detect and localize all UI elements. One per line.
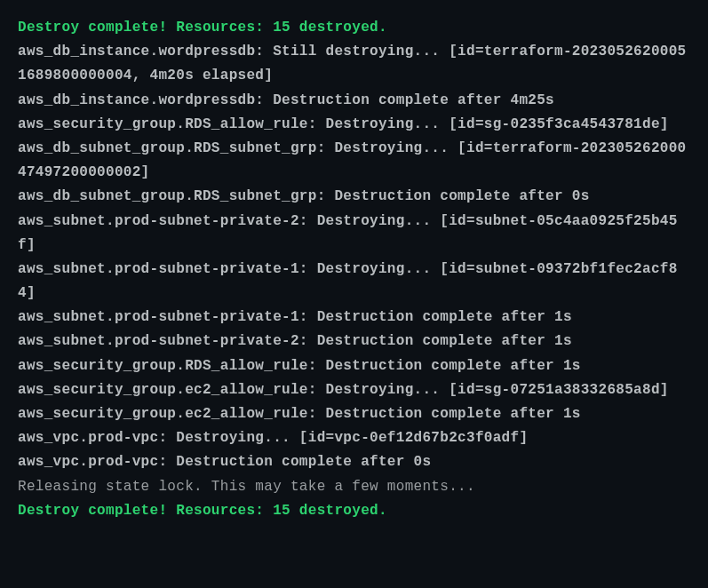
terminal-line-subnet-grp-complete: aws_db_subnet_group.RDS_subnet_grp: Dest…: [18, 185, 690, 209]
terminal-line-db-destroying: aws_db_instance.wordpressdb: Still destr…: [18, 40, 690, 88]
terminal-line-subnet1-complete: aws_subnet.prod-subnet-private-1: Destru…: [18, 306, 690, 330]
terminal-line-state-lock: Releasing state lock. This may take a fe…: [18, 475, 690, 499]
terminal-line-rds-sg-destroying: aws_security_group.RDS_allow_rule: Destr…: [18, 113, 690, 137]
terminal-line-vpc-destroying: aws_vpc.prod-vpc: Destroying... [id=vpc-…: [18, 426, 690, 450]
terminal-line-ec2-sg-complete: aws_security_group.ec2_allow_rule: Destr…: [18, 402, 690, 426]
terminal-line-rds-sg-complete: aws_security_group.RDS_allow_rule: Destr…: [18, 354, 690, 378]
terminal-line-destroy-complete-top: Destroy complete! Resources: 15 destroye…: [18, 16, 690, 40]
terminal-line-subnet2-complete: aws_subnet.prod-subnet-private-2: Destru…: [18, 330, 690, 354]
terminal-line-subnet1-destroying: aws_subnet.prod-subnet-private-1: Destro…: [18, 258, 690, 306]
terminal-line-ec2-sg-destroying: aws_security_group.ec2_allow_rule: Destr…: [18, 378, 690, 402]
terminal-line-subnet2-destroying: aws_subnet.prod-subnet-private-2: Destro…: [18, 210, 690, 258]
terminal-line-subnet-grp-destroying: aws_db_subnet_group.RDS_subnet_grp: Dest…: [18, 137, 690, 185]
terminal-line-vpc-complete: aws_vpc.prod-vpc: Destruction complete a…: [18, 450, 690, 474]
terminal-line-db-complete: aws_db_instance.wordpressdb: Destruction…: [18, 89, 690, 113]
terminal-line-destroy-complete-bottom: Destroy complete! Resources: 15 destroye…: [18, 499, 690, 523]
